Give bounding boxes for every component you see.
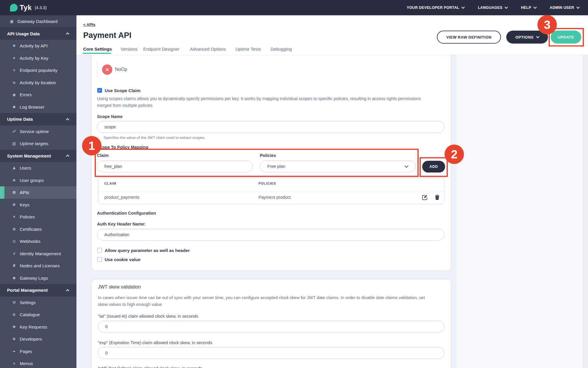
sidebar-item-webhooks[interactable]: Ω Webhooks — [0, 235, 76, 248]
version-label: (4.3.3) — [35, 5, 46, 10]
sidebar-item-catalogue[interactable]: ≣ Catalogue — [0, 309, 76, 321]
branch-icon: ✛ — [11, 68, 17, 72]
jwt-skew-title: JWT skew validation — [98, 284, 141, 290]
tab-versions[interactable]: Versions — [121, 47, 138, 52]
breadcrumb[interactable]: < APIs — [83, 22, 95, 27]
sidebar-section-portal-management[interactable]: Portal Management — [0, 284, 76, 296]
use-cookie-value-checkbox[interactable] — [97, 257, 102, 262]
key-icon: ✦ — [11, 56, 17, 60]
sidebar-item-gateway-dashboard[interactable]: ▣ Gateway Dashboard — [0, 15, 76, 28]
tyk-logo-text: Tyk — [20, 4, 32, 12]
scope-claim-description-line1: Using scopes claims allows you to dynami… — [97, 96, 421, 101]
edit-icon[interactable] — [422, 194, 428, 200]
chevron-down-icon — [462, 5, 465, 9]
noop-x-icon[interactable]: ✕ — [102, 64, 112, 75]
leaf-icon: ❧ — [11, 349, 17, 354]
sidebar-item-activity-by-api[interactable]: ❖ Activity by API — [0, 40, 76, 52]
chevron-up-icon — [66, 155, 69, 158]
gears-icon: ⚙ — [11, 190, 17, 195]
sidebar-item-endpoint-popularity[interactable]: ✛ Endpoint popularity — [0, 64, 76, 77]
sidebar-item-policies[interactable]: ⚜ Policies — [0, 211, 76, 223]
jwt-skew-description-line1: In cases when issuer time can be out of … — [98, 295, 425, 300]
sidebar-item-service-uptime[interactable]: ☍ Service uptime — [0, 125, 76, 138]
table-header-policies: POLICIES — [258, 182, 276, 185]
table-header-claim: CLAIM — [104, 182, 116, 185]
iat-skew-input[interactable] — [98, 321, 445, 332]
bug-icon: ✺ — [11, 276, 17, 280]
sidebar-section-uptime-data[interactable]: Uptime Data — [0, 113, 76, 125]
trash-icon[interactable] — [434, 194, 440, 200]
annotation-step-1: 1 — [82, 136, 101, 155]
use-scope-claim-checkbox[interactable]: ✓ — [97, 88, 102, 93]
sidebar-item-identity-management[interactable]: ☌ Identity Management — [0, 248, 76, 260]
sidebar-item-uptime-targets[interactable]: ▤ Uptime targets — [0, 137, 76, 150]
sidebar-nav: ▣ Gateway Dashboard API Usage Data ❖ Act… — [0, 15, 76, 368]
sidebar-item-certificates[interactable]: ❂ Certificates — [0, 223, 76, 236]
annotation-step-2: 2 — [445, 145, 464, 164]
scope-claim-description-line2: merged from multiple policies — [97, 103, 153, 108]
check-icon: ✓ — [98, 88, 101, 92]
annotation-box-claim-policies — [95, 149, 419, 177]
identity-icon: ☌ — [11, 251, 17, 256]
tyk-logo-icon — [10, 4, 18, 11]
menu-admin-user[interactable]: ADMIN USER — [550, 6, 579, 10]
allow-query-param-label: Allow query parameter as well as header — [105, 248, 190, 253]
exp-skew-input[interactable] — [98, 347, 445, 359]
top-navbar: Tyk (4.3.3) YOUR DEVELOPER PORTAL LANGUA… — [0, 0, 588, 15]
hamburger-icon: ≡ — [11, 361, 17, 366]
bug-icon: ✺ — [11, 105, 17, 109]
sidebar-item-keys[interactable]: ❋ Keys — [0, 199, 76, 211]
chevron-up-icon — [66, 289, 69, 292]
menu-languages[interactable]: LANGUAGES — [478, 6, 507, 10]
sidebar-item-apis[interactable]: ⚙ APIs — [0, 186, 76, 199]
sidebar-item-activity-by-key[interactable]: ✦ Activity by Key — [0, 52, 76, 64]
sidebar-item-pages[interactable]: ❧ Pages — [0, 345, 76, 358]
menu-help[interactable]: HELP — [521, 6, 536, 10]
active-tab-indicator — [83, 53, 111, 54]
policy-icon: ⚜ — [11, 215, 17, 219]
sidebar-item-key-requests[interactable]: ✾ Key Requests — [0, 321, 76, 333]
use-scope-claim-label: Use Scope Claim — [105, 88, 141, 93]
chevron-up-icon — [66, 33, 69, 36]
sidebar-item-user-groups[interactable]: ✥ User groups — [0, 174, 76, 187]
sidebar-section-api-usage-data[interactable]: API Usage Data — [0, 28, 76, 40]
uptime-icon: ☍ — [11, 129, 17, 134]
sidebar-item-log-browser[interactable]: ✺ Log Browser — [0, 101, 76, 113]
sidebar-item-errors[interactable]: ◉ Errors — [0, 89, 76, 101]
scrollbar-track[interactable] — [582, 55, 588, 368]
auth-key-header-name-label: Auth Key Header Name: — [97, 222, 146, 226]
right-panel-background — [457, 55, 582, 368]
sidebar-item-users[interactable]: ♟ Users — [0, 162, 76, 174]
sidebar-section-system-management[interactable]: System Management — [0, 150, 76, 162]
jwt-skew-description-line2: skew values to high enough value — [98, 302, 162, 307]
tab-debugging[interactable]: Debugging — [270, 47, 292, 52]
table-divider — [98, 191, 444, 191]
nbf-skew-label: "nbf" (Not Before) claim allowed clock s… — [98, 366, 202, 368]
scope-name-label: Scope Name — [97, 114, 123, 119]
scope-name-input[interactable] — [97, 121, 445, 133]
tab-endpoint-designer[interactable]: Endpoint Designer — [143, 47, 179, 52]
allow-query-param-checkbox[interactable] — [97, 248, 102, 253]
monitor-icon: ▣ — [9, 19, 15, 24]
tab-advanced-options[interactable]: Advanced Options — [190, 47, 226, 52]
tab-core-settings[interactable]: Core Settings — [83, 47, 112, 52]
sidebar-item-nodes-and-licenses[interactable]: ♜ Nodes and Licenses — [0, 260, 76, 272]
tab-uptime-tests[interactable]: Uptime Tests — [235, 47, 261, 52]
users-group-icon: ✥ — [11, 337, 17, 341]
auth-key-header-input[interactable] — [97, 229, 445, 241]
sidebar-item-gateway-logs[interactable]: ✺ Gateway Logs — [0, 272, 76, 284]
sidebar-item-developers[interactable]: ✥ Developers — [0, 333, 76, 345]
sidebar-item-activity-by-location[interactable]: ⊕ Activity by location — [0, 77, 76, 89]
scope-policy-table: CLAIM POLICIES product_payments Payment … — [98, 177, 445, 204]
menu-developer-portal[interactable]: YOUR DEVELOPER PORTAL — [407, 6, 464, 10]
target-icon: ◉ — [11, 92, 17, 97]
navbar-menus: YOUR DEVELOPER PORTAL LANGUAGES HELP ADM… — [407, 0, 579, 15]
view-raw-definition-button[interactable]: VIEW RAW DEFINITION — [437, 31, 501, 44]
bell-icon: Ω — [11, 239, 17, 243]
tyk-logo[interactable]: Tyk (4.3.3) — [10, 4, 47, 12]
iat-skew-label: "iat" (Issued At) claim allowed clock sk… — [98, 314, 198, 319]
sidebar-item-menus[interactable]: ≡ Menus — [0, 357, 76, 368]
certificate-icon: ❂ — [11, 227, 17, 231]
table-cell-policy: Payment product — [258, 195, 291, 200]
sidebar-item-settings[interactable]: ⚒ Settings — [0, 296, 76, 309]
